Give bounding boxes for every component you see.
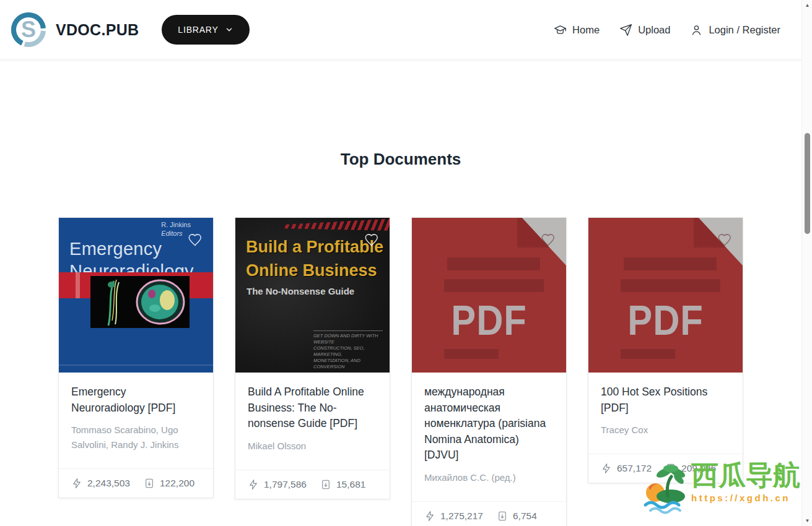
downloads-count: 6,754 bbox=[513, 511, 537, 522]
card-body: международная анатомическая номенклатура… bbox=[412, 373, 566, 501]
views-stat: 1,275,217 bbox=[424, 511, 483, 522]
nav-home-label: Home bbox=[572, 24, 600, 36]
document-authors: Tommaso Scarabino, Ugo Salvolini, Randy … bbox=[71, 423, 201, 452]
document-cover[interactable]: Build a Profitable Online Business The N… bbox=[235, 218, 390, 373]
views-stat: 657,172 bbox=[601, 463, 652, 474]
downloads-count: 122,200 bbox=[160, 478, 194, 489]
views-count: 2,243,503 bbox=[87, 478, 130, 489]
cover-text-bar bbox=[447, 257, 540, 270]
paper-plane-icon bbox=[619, 24, 632, 37]
favorite-button[interactable] bbox=[717, 231, 733, 248]
lightning-icon bbox=[71, 478, 82, 489]
scrollbar[interactable]: ▲ ▼ bbox=[801, 0, 812, 526]
views-stat: 1,797,586 bbox=[248, 479, 307, 490]
main-content: Top Documents R. Jinkins Editors Emergen… bbox=[0, 60, 801, 526]
scroll-down-arrow[interactable]: ▼ bbox=[802, 515, 812, 526]
card-body: Build A Profitable Online Business: The … bbox=[235, 373, 390, 470]
cover-divider bbox=[59, 364, 213, 366]
heart-icon bbox=[717, 231, 733, 248]
views-count: 1,275,217 bbox=[440, 511, 483, 522]
document-card: PDF 100 Hot Sex Positions [PDF] Tracey C… bbox=[588, 217, 743, 483]
document-cover[interactable]: R. Jinkins Editors Emergency Neuroradiol… bbox=[59, 218, 213, 373]
svg-text:S: S bbox=[21, 17, 36, 42]
vdoc-logo-icon[interactable]: S bbox=[10, 11, 47, 48]
nav-upload[interactable]: Upload bbox=[619, 24, 670, 37]
views-count: 657,172 bbox=[617, 463, 652, 474]
cover-text-bar bbox=[444, 279, 544, 292]
download-doc-icon bbox=[320, 479, 331, 490]
downloads-stat: 122,200 bbox=[144, 478, 194, 489]
brain-scan-image bbox=[90, 276, 190, 328]
views-count: 1,797,586 bbox=[264, 479, 307, 490]
cover-text-bar bbox=[624, 257, 717, 270]
document-title[interactable]: международная анатомическая номенклатура… bbox=[424, 384, 554, 463]
cover-subtitle-text: The No-Nonsense Guide bbox=[247, 286, 354, 296]
downloads-stat: 209,096 bbox=[665, 463, 716, 474]
document-card: R. Jinkins Editors Emergency Neuroradiol… bbox=[58, 217, 214, 498]
library-button[interactable]: LIBRARY bbox=[162, 15, 249, 45]
scrollbar-thumb[interactable] bbox=[805, 133, 810, 234]
document-title[interactable]: Emergency Neuroradiology [PDF] bbox=[71, 384, 201, 416]
pdf-label: PDF bbox=[598, 296, 733, 344]
nav-login-label: Login / Register bbox=[709, 24, 780, 36]
document-authors: Tracey Cox bbox=[601, 423, 730, 438]
views-stat: 2,243,503 bbox=[71, 478, 130, 489]
nav-login-register[interactable]: Login / Register bbox=[690, 24, 780, 37]
document-authors: Mikael Olsson bbox=[248, 439, 377, 454]
favorite-button[interactable] bbox=[364, 231, 380, 248]
scroll-up-arrow[interactable]: ▲ bbox=[802, 0, 812, 11]
card-stats: 1,797,586 15,681 bbox=[235, 470, 390, 499]
download-doc-icon bbox=[665, 463, 676, 474]
brand-title[interactable]: VDOC.PUB bbox=[56, 21, 139, 39]
top-documents-grid: R. Jinkins Editors Emergency Neuroradiol… bbox=[58, 217, 743, 526]
person-icon bbox=[690, 24, 703, 37]
downloads-stat: 15,681 bbox=[320, 479, 365, 490]
favorite-button[interactable] bbox=[540, 231, 556, 248]
document-title[interactable]: Build A Profitable Online Business: The … bbox=[248, 384, 377, 432]
download-doc-icon bbox=[144, 478, 155, 489]
heart-icon bbox=[187, 231, 203, 248]
download-doc-icon bbox=[497, 511, 508, 522]
card-stats: 1,275,217 6,754 bbox=[412, 501, 566, 526]
card-stats: 2,243,503 122,200 bbox=[59, 468, 213, 498]
page-title: Top Documents bbox=[0, 150, 801, 169]
downloads-stat: 6,754 bbox=[497, 511, 537, 522]
site-header: S VDOC.PUB LIBRARY Home bbox=[0, 0, 801, 60]
cover-text-bar bbox=[621, 349, 675, 359]
chevron-down-icon bbox=[225, 25, 234, 34]
lightning-icon bbox=[424, 511, 435, 522]
downloads-count: 15,681 bbox=[336, 479, 365, 490]
document-card: Build a Profitable Online Business The N… bbox=[235, 217, 390, 499]
nav-upload-label: Upload bbox=[638, 24, 670, 36]
cover-title-text: Build a Profitable Online Business bbox=[246, 235, 383, 282]
downloads-count: 209,096 bbox=[681, 463, 716, 474]
card-body: 100 Hot Sex Positions [PDF] Tracey Cox bbox=[588, 373, 743, 454]
document-card: PDF международная анатомическая номенкла… bbox=[411, 217, 567, 526]
favorite-button[interactable] bbox=[187, 231, 203, 248]
nav-home[interactable]: Home bbox=[554, 24, 600, 37]
document-cover[interactable]: PDF bbox=[412, 218, 566, 373]
lightning-icon bbox=[248, 479, 259, 490]
cover-tagline-text: GET DOWN AND DIRTY WITH WEBSITE CONSTRUC… bbox=[313, 330, 383, 370]
cover-editors-text: R. Jinkins Editors bbox=[161, 220, 191, 238]
main-nav: Home Upload Login / Register bbox=[554, 24, 780, 37]
document-authors: Михайлов С.С. (ред.) bbox=[424, 470, 554, 485]
card-stats: 657,172 209,096 bbox=[588, 454, 743, 483]
card-body: Emergency Neuroradiology [PDF] Tommaso S… bbox=[59, 373, 213, 468]
document-cover[interactable]: PDF bbox=[588, 218, 743, 373]
pdf-label: PDF bbox=[421, 296, 557, 344]
library-button-label: LIBRARY bbox=[178, 25, 218, 35]
graduation-cap-icon bbox=[554, 24, 567, 37]
cover-text-bar bbox=[444, 349, 499, 359]
cover-text-bar bbox=[621, 279, 720, 292]
page: S VDOC.PUB LIBRARY Home bbox=[0, 0, 801, 526]
lightning-icon bbox=[601, 463, 612, 474]
document-title[interactable]: 100 Hot Sex Positions [PDF] bbox=[601, 384, 730, 416]
heart-icon bbox=[364, 231, 380, 248]
heart-icon bbox=[540, 231, 556, 248]
